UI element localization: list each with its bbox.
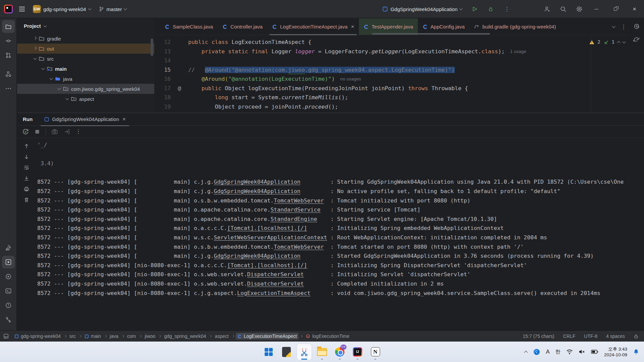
- logger-link[interactable]: GdgSpringWeek04Application: [214, 253, 301, 259]
- logger-link[interactable]: DispatcherServlet: [247, 281, 304, 287]
- logger-link[interactable]: ServletWebServerApplicationContext: [214, 234, 327, 241]
- chevron-down-icon[interactable]: [43, 24, 47, 27]
- tool-terminal-button[interactable]: [2, 285, 15, 297]
- editor-tab[interactable]: TestAppender.java: [359, 18, 418, 35]
- breadcrumb-item-java[interactable]: java: [108, 333, 120, 340]
- breadcrumb-item-LogExecutionTimeAspect[interactable]: LogExecutionTimeAspect: [236, 333, 299, 340]
- tool-pull-requests-button[interactable]: [2, 49, 15, 62]
- run-tab[interactable]: GdgSpringWeek04Application ×: [41, 113, 129, 126]
- screenshot-button[interactable]: [51, 128, 58, 135]
- tree-chevron-icon[interactable]: [34, 47, 37, 50]
- tab-options-button[interactable]: ⋮: [618, 18, 629, 35]
- lock-icon[interactable]: [634, 334, 639, 339]
- logger-link[interactable]: [Tomcat].[localhost].[/]: [227, 262, 307, 268]
- logger-link[interactable]: GdgSpringWeek04Application: [214, 188, 301, 194]
- rerun-button[interactable]: [22, 128, 29, 135]
- branch-widget[interactable]: master: [96, 5, 129, 13]
- tree-chevron-icon[interactable]: [58, 87, 61, 90]
- taskbar-app-notion[interactable]: N: [368, 344, 383, 360]
- run-tab-close-icon[interactable]: ×: [122, 116, 126, 123]
- close-button[interactable]: ×: [625, 0, 644, 18]
- taskbar-app-start[interactable]: [261, 344, 276, 360]
- tool-commit-button[interactable]: [2, 35, 15, 47]
- breadcrumb-item-src[interactable]: src: [68, 333, 77, 340]
- minimize-button[interactable]: [587, 0, 606, 18]
- project-tree-scrollbar[interactable]: [151, 39, 153, 56]
- usage-hint[interactable]: no usages: [340, 74, 361, 84]
- search-everywhere-button[interactable]: [557, 3, 569, 15]
- tree-row-main[interactable]: main: [17, 64, 154, 74]
- run-configuration-selector[interactable]: GdgSpringWeek04Application: [380, 5, 464, 13]
- breadcrumb-item-jiwoo[interactable]: jiwoo: [143, 333, 157, 340]
- debug-button[interactable]: [485, 3, 496, 15]
- tool-run-button[interactable]: [2, 256, 15, 268]
- taskbar-app-file-explorer[interactable]: [315, 344, 329, 360]
- editor-tab[interactable]: SampleClass.java: [160, 18, 218, 35]
- logger-link[interactable]: TomcatWebServer: [274, 197, 324, 204]
- code-editor[interactable]: 12public class LogExecutionTimeAspect {1…: [155, 36, 644, 112]
- editor-tab[interactable]: build.gradle (gdg-spring-week04): [469, 18, 560, 35]
- more-tool-windows-button[interactable]: [2, 82, 15, 95]
- editor-tab[interactable]: Controller.java: [218, 18, 267, 35]
- gradle-tool-button[interactable]: [631, 34, 642, 45]
- tool-problems-button[interactable]: [2, 299, 15, 312]
- breadcrumb-item-main[interactable]: main: [83, 333, 103, 340]
- tabs-list-button[interactable]: [608, 18, 619, 35]
- tree-chevron-icon[interactable]: [50, 77, 53, 80]
- more-actions-button[interactable]: ⋮: [501, 3, 513, 15]
- attach-to-process-button[interactable]: [63, 128, 70, 135]
- caret-position[interactable]: 15:7 (75 chars): [523, 334, 554, 339]
- tree-chevron-icon[interactable]: [34, 37, 37, 40]
- battery-icon[interactable]: [591, 349, 598, 354]
- tree-row-gradle[interactable]: gradle: [17, 34, 154, 44]
- prev-problem-icon[interactable]: [617, 41, 621, 45]
- tray-overflow-button[interactable]: [524, 351, 528, 354]
- file-encoding[interactable]: UTF-8: [584, 334, 597, 339]
- inspections-widget[interactable]: 2 1: [589, 38, 625, 47]
- tree-row-src[interactable]: src: [17, 54, 154, 64]
- editor-tab[interactable]: AppConfig.java: [418, 18, 470, 35]
- logger-link[interactable]: GdgSpringWeek04Application: [214, 179, 301, 185]
- code-with-me-button[interactable]: [541, 3, 553, 15]
- ime-korean-indicator[interactable]: 한: [555, 349, 560, 355]
- clear-console-button[interactable]: [23, 197, 30, 203]
- soft-wrap-button[interactable]: [23, 165, 30, 171]
- logger-link[interactable]: StandardEngine: [270, 216, 317, 222]
- tree-row-aspect[interactable]: aspect: [17, 94, 154, 104]
- tree-chevron-icon[interactable]: [42, 67, 45, 70]
- breadcrumb-item-gdg-spring-week04[interactable]: gdg-spring-week04: [13, 333, 62, 340]
- taskbar-app-chrome[interactable]: 지우: [332, 344, 347, 360]
- notification-center-bell-icon[interactable]: [633, 349, 639, 355]
- tree-row-java[interactable]: java: [17, 74, 154, 84]
- tab-close-icon[interactable]: ×: [351, 23, 354, 30]
- tree-row-out[interactable]: out: [17, 44, 154, 54]
- tool-build-button[interactable]: [2, 241, 15, 254]
- taskbar-clock[interactable]: 오후 3:43 2024-10-09: [604, 346, 627, 358]
- tool-services-button[interactable]: [2, 270, 15, 283]
- next-problem-icon[interactable]: [623, 40, 626, 43]
- tool-version-control-button[interactable]: [2, 313, 15, 326]
- breadcrumb-item-aspect[interactable]: aspect: [213, 333, 230, 340]
- restore-button[interactable]: [606, 0, 625, 18]
- line-ending[interactable]: CRLF: [563, 334, 576, 339]
- scroll-up-button[interactable]: [23, 143, 30, 149]
- breadcrumb-item-logExecutionTime[interactable]: mlogExecutionTime: [304, 333, 351, 340]
- taskbar-app-intellij[interactable]: IJ: [350, 344, 365, 360]
- tree-chevron-icon[interactable]: [66, 97, 69, 100]
- logger-link[interactable]: TomcatWebServer: [274, 244, 324, 250]
- print-button[interactable]: [23, 186, 30, 192]
- usage-hint[interactable]: 1 usage: [510, 47, 526, 56]
- breadcrumb-item-gdg_spring_week04[interactable]: gdg_spring_week04: [162, 333, 208, 340]
- logger-link[interactable]: [Tomcat].[localhost].[/]: [227, 225, 307, 231]
- run-button[interactable]: [469, 3, 480, 15]
- tool-window-layout-icon[interactable]: [3, 334, 9, 339]
- tool-structure-button[interactable]: [2, 68, 15, 80]
- scroll-to-end-button[interactable]: [23, 175, 30, 181]
- console-more-button[interactable]: ⋮: [75, 129, 81, 135]
- project-widget[interactable]: GW gdg-spring-week04: [31, 4, 93, 14]
- run-panel-title[interactable]: Run: [17, 116, 41, 122]
- tree-row-com.jiwoo.gdg_spring_week04[interactable]: com.jiwoo.gdg_spring_week04: [17, 84, 154, 94]
- logger-link[interactable]: DispatcherServlet: [247, 271, 304, 278]
- taskbar-app-dark-app[interactable]: [279, 344, 294, 360]
- indent-setting[interactable]: 4 spaces: [606, 334, 625, 339]
